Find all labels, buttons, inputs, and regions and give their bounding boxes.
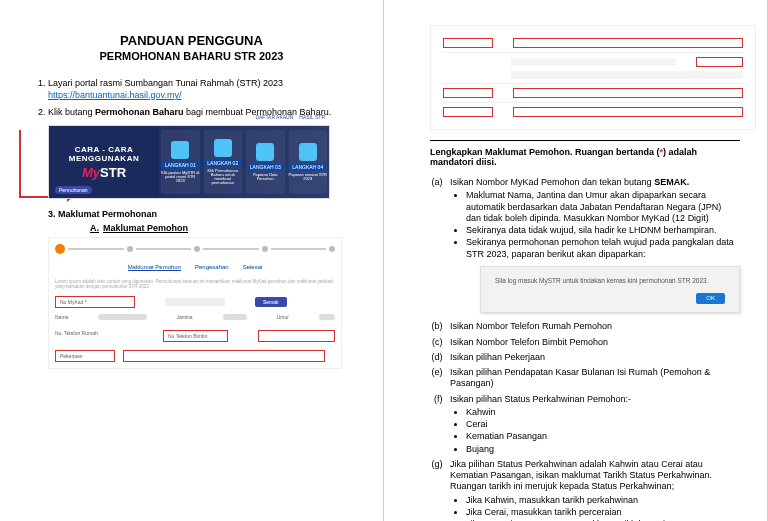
steps-list: Layari portal rasmi Sumbangan Tunai Rahm… <box>30 78 353 119</box>
tel-bimbit-field[interactable] <box>258 330 335 342</box>
doc-title-2: PERMOHONAN BAHARU STR 2023 <box>30 50 353 62</box>
banner-steps: LANGKAH 01Klik pautan MySTR di portal ra… <box>159 126 329 198</box>
pekerjaan-field[interactable]: Pekerjaan <box>55 350 115 362</box>
form-tabs: Maklumat Pemohon Pengesahan Selesai <box>55 264 335 271</box>
f2-field-2[interactable] <box>513 88 743 98</box>
form-screenshot: Maklumat Pemohon Pengesahan Selesai Lore… <box>48 237 342 369</box>
f2-field-3[interactable] <box>513 107 743 117</box>
popup-dialog: Sila log masuk MySTR untuk tindakan kema… <box>480 266 740 314</box>
item-a: Isikan Nombor MyKad Pemohon dan tekan bu… <box>450 177 737 313</box>
permohonan-baharu-button[interactable]: Permohonan <box>55 186 92 194</box>
f2-status-field[interactable] <box>513 38 743 48</box>
page-2: Lengkapkan Maklumat Pemohon. Ruangan ber… <box>384 0 768 521</box>
item-b: Isikan Nombor Telefon Rumah Pemohon <box>450 321 737 332</box>
banner-step-2: LANGKAH 02Klik Permohonan Baharu untuk m… <box>204 130 243 194</box>
banner-step-1: LANGKAH 01Klik pautan MySTR di portal ra… <box>161 130 200 194</box>
mykad-field[interactable]: No MyKad * <box>55 296 135 308</box>
semak-button[interactable]: Semak <box>255 297 287 308</box>
banner-step-3: LANGKAH 03Paparan Data Pemohon <box>246 130 285 194</box>
item-c: Isikan Nombor Telefon Bimbit Pemohon <box>450 337 737 348</box>
form-body: Lorem ipsum adalah teks contoh yang digu… <box>55 279 335 362</box>
tel-bimbit-label-field: No Telefon Bimbit <box>163 330 228 342</box>
pekerjaan-select[interactable] <box>123 350 325 362</box>
banner-top-menu: DAFTAR AKAUN HASIL STR <box>255 114 325 120</box>
subsection-a-heading: A.Maklumat Pemohon <box>90 223 353 233</box>
form-stepper <box>55 244 335 254</box>
red-arrow-line <box>19 130 21 198</box>
form-screenshot-2 <box>430 25 756 130</box>
item-f: Isikan pilihan Status Perkahwinan Pemoho… <box>450 394 737 455</box>
banner-step-4: LANGKAH 04Paparan senarai STR 2023 <box>289 130 328 194</box>
doc-title-1: PANDUAN PENGGUNA <box>30 33 353 48</box>
mystr-banner: DAFTAR AKAUN HASIL STR CARA - CARA MENGG… <box>48 125 330 199</box>
tab-selesai[interactable]: Selesai <box>243 264 263 271</box>
f2-plain-2 <box>511 71 743 79</box>
portal-link[interactable]: https://bantuantunai.hasil.gov.my/ <box>48 90 181 100</box>
tab-maklumat[interactable]: Maklumat Pemohon <box>128 264 181 271</box>
mandatory-instruction: Lengkapkan Maklumat Pemohon. Ruangan ber… <box>430 140 740 171</box>
section-3-heading: 3. Maklumat Permohonan <box>48 209 353 219</box>
item-e: Isikan pilihan Pendapatan Kasar Bulanan … <box>450 367 737 390</box>
f2-label-2 <box>443 88 493 98</box>
f2-status-label <box>443 38 493 48</box>
f2-short-1[interactable] <box>696 57 743 67</box>
dialog-ok-button[interactable]: OK <box>696 293 725 305</box>
item-d: Isikan pilihan Pekerjaan <box>450 352 737 363</box>
dialog-text: Sila log masuk MySTR untuk tindakan kema… <box>495 277 725 285</box>
item-g: Jika pilihan Status Perkahwinan adalah K… <box>450 459 737 521</box>
step-1: Layari portal rasmi Sumbangan Tunai Rahm… <box>48 78 353 101</box>
instruction-list: Isikan Nombor MyKad Pemohon dan tekan bu… <box>436 177 737 521</box>
mykad-input[interactable] <box>165 298 225 306</box>
tab-pengesahan[interactable]: Pengesahan <box>195 264 229 271</box>
page-1: PANDUAN PENGGUNA PERMOHONAN BAHARU STR 2… <box>0 0 384 521</box>
f2-plain-1 <box>511 58 676 66</box>
f2-label-3 <box>443 107 493 117</box>
